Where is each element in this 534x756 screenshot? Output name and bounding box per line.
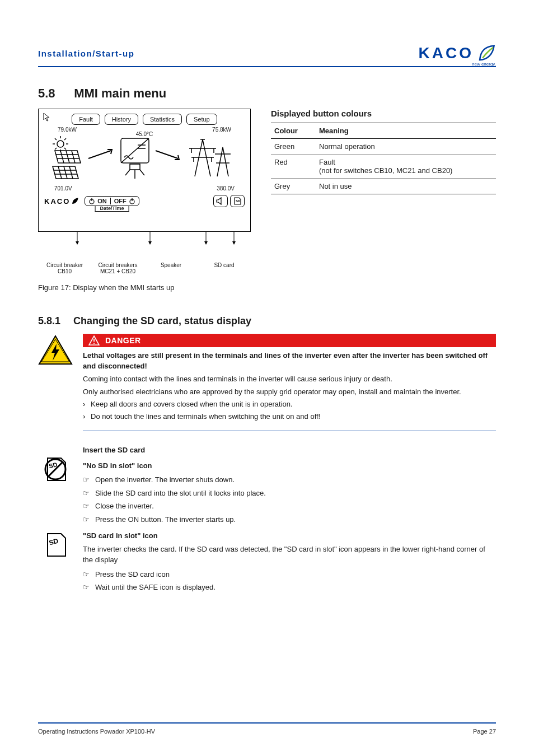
danger-p2: Only authorised electricians who are app… (83, 387, 496, 398)
sd-card-button[interactable]: SD (230, 195, 245, 207)
list-item: Wait until the SAFE icon is displayed. (95, 582, 496, 593)
cursor-icon (43, 113, 51, 124)
footer-right: Page 27 (473, 728, 496, 735)
power-icon (129, 198, 135, 204)
table-row: Grey Not in use (271, 179, 496, 194)
tab-fault[interactable]: Fault (72, 114, 100, 125)
tab-setup[interactable]: Setup (186, 114, 217, 125)
sd-card-icon: SD (233, 197, 242, 205)
svg-line-14 (125, 170, 130, 175)
svg-line-8 (64, 138, 66, 140)
power-icon (88, 198, 95, 204)
speaker-icon (216, 197, 225, 205)
section-heading: 5.8 MMI main menu (38, 86, 496, 101)
section-number: 5.8 (38, 86, 71, 101)
callout-cb10: Circuit breaker CB10 (38, 262, 91, 274)
svg-line-15 (140, 170, 144, 175)
logo-subtitle: new energy. (472, 62, 496, 67)
sd-in-slot-heading: "SD card in slot" icon (83, 530, 496, 542)
warning-triangle-icon (88, 335, 100, 346)
kw-right: 75.8kW (212, 127, 231, 133)
list-item: Slide the SD card into the slot until it… (95, 488, 496, 499)
svg-line-5 (55, 138, 57, 140)
kw-left: 79.0kW (58, 127, 77, 133)
callout-mc21-cb20: Circuit breakers MC21 + CB20 (91, 262, 144, 274)
electrical-hazard-icon (38, 334, 73, 368)
mini-logo: KACO (44, 197, 79, 206)
subsection-title: Changing the SD card, status display (73, 315, 251, 326)
colours-heading: Displayed button colours (271, 109, 496, 118)
sd-in-slot-text: The inverter checks the card. If the SD … (83, 544, 496, 566)
th-meaning: Meaning (316, 123, 496, 139)
svg-rect-13 (130, 164, 140, 170)
table-row: Green Normal operation (271, 139, 496, 155)
svg-line-7 (55, 148, 57, 150)
footer-left: Operating Instructions Powador XP100-HV (38, 728, 155, 735)
figure-caption: Figure 17: Display when the MMI starts u… (38, 283, 251, 292)
list-item: Press the ON button. The inverter starts… (95, 514, 496, 525)
mmi-diagram: Fault History Statistics Setup 79.0kW 45… (38, 109, 251, 292)
danger-banner: DANGER (83, 334, 496, 347)
callout-speaker: Speaker (144, 262, 198, 274)
sd-in-slot-icon: SD (41, 530, 70, 559)
svg-point-0 (57, 141, 64, 147)
list-item: Close the inverter. (95, 501, 496, 512)
v-right: 380.0V (217, 185, 235, 192)
svg-line-10 (121, 138, 149, 163)
on-label: ON (97, 198, 107, 204)
danger-label: DANGER (105, 336, 141, 345)
footer-rule (38, 722, 496, 724)
section-title: MMI main menu (74, 86, 166, 100)
logo-text: KACO (419, 44, 474, 62)
callout-arrows-icon (38, 232, 251, 246)
th-colour: Colour (271, 123, 316, 139)
leaf-icon (71, 197, 79, 205)
speaker-button[interactable] (213, 195, 228, 207)
off-label: OFF (114, 198, 127, 204)
on-off-switch[interactable]: ON OFF Date/Time (85, 196, 139, 206)
list-item: Open the inverter. The inverter shuts do… (95, 474, 496, 486)
svg-text:SD: SD (236, 199, 241, 203)
power-flow-diagram-icon (49, 134, 240, 182)
subsection-number: 5.8.1 (38, 315, 71, 327)
date-time-label: Date/Time (95, 206, 129, 212)
danger-bullet: Do not touch the lines and terminals whe… (91, 412, 496, 422)
temp-value: 45.0°C (136, 131, 153, 137)
table-row: Red Fault (not for switches CB10, MC21 a… (271, 155, 496, 179)
header-section-title: Installation/Start-up (38, 49, 134, 58)
callout-sd: SD card (198, 262, 251, 274)
colours-table: Colour Meaning Green Normal operation Re… (271, 123, 496, 194)
svg-line-6 (64, 148, 66, 150)
svg-point-27 (93, 343, 95, 344)
danger-p1: Coming into contact with the lines and t… (83, 374, 496, 385)
subsection-heading: 5.8.1 Changing the SD card, status displ… (38, 315, 496, 327)
tab-statistics[interactable]: Statistics (143, 114, 182, 125)
insert-sd-heading: Insert the SD card (83, 445, 496, 456)
list-item: Press the SD card icon (95, 569, 496, 580)
no-sd-in-slot-icon: SD (41, 455, 70, 484)
v-left: 701.0V (54, 185, 72, 192)
brand-logo: KACO (419, 44, 496, 63)
svg-text:SD: SD (48, 537, 59, 547)
danger-bullet: Keep all doors and covers closed when th… (91, 399, 496, 410)
tab-history[interactable]: History (105, 114, 138, 125)
danger-lead: Lethal voltages are still present in the… (83, 351, 496, 372)
no-sd-heading: "No SD in slot" icon (83, 460, 496, 472)
leaf-icon (477, 44, 496, 63)
